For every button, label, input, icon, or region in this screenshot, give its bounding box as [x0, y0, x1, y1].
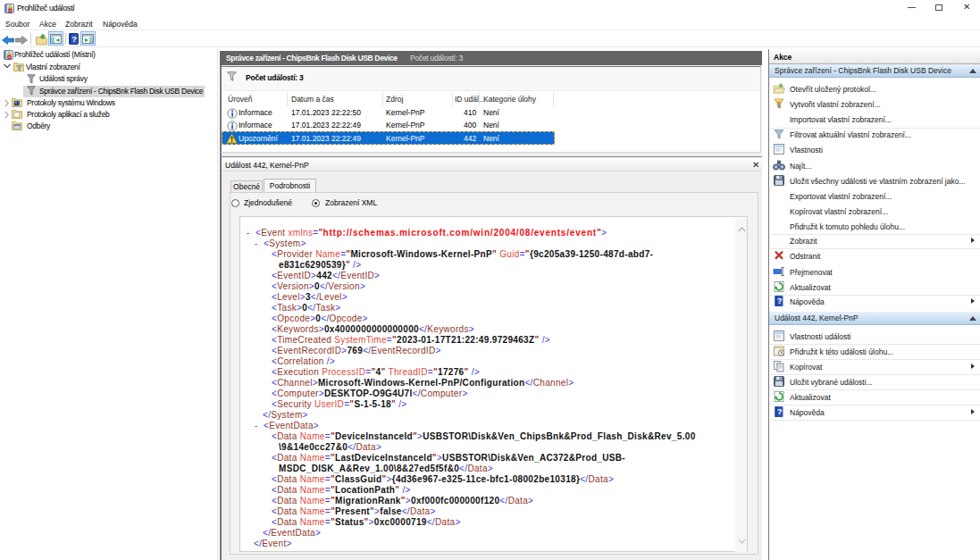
svg-text:?: ? [777, 297, 783, 306]
svg-text:?: ? [777, 407, 783, 417]
svg-text:?: ? [71, 34, 77, 44]
